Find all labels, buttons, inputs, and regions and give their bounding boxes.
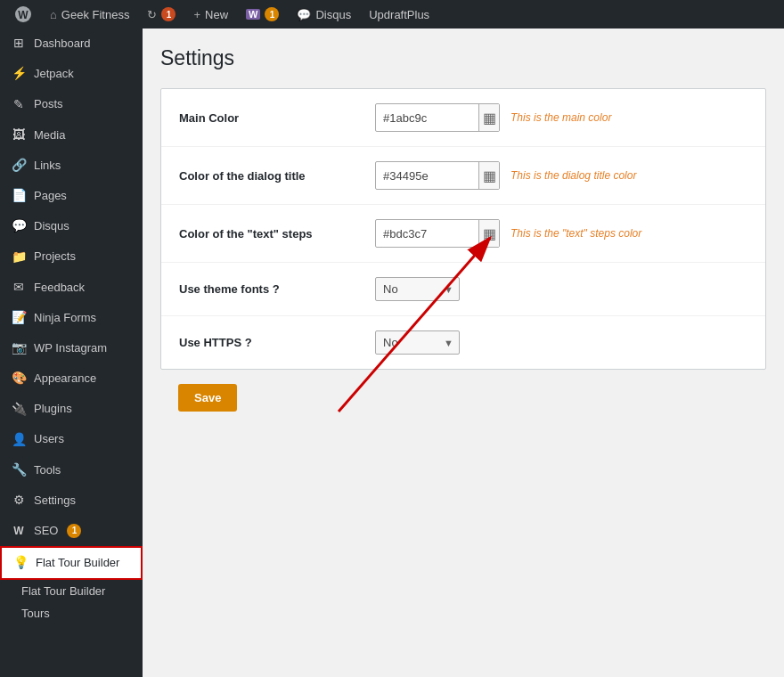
sidebar-item-media[interactable]: 🖼 Media [0, 120, 143, 151]
appearance-icon: 🎨 [11, 371, 27, 387]
sidebar-sub-label: Tours [21, 607, 50, 620]
use-https-control: No Yes ▼ [375, 330, 747, 355]
instagram-icon: 📷 [11, 340, 27, 356]
text-steps-color-input-wrapper: ▦ [375, 219, 500, 248]
site-name-label: Geek Fitness [61, 8, 130, 21]
sidebar-item-label: Posts [34, 96, 63, 112]
ninja-forms-icon: 📝 [11, 310, 27, 326]
disqus-item[interactable]: 💬 Disqus [290, 0, 358, 29]
sidebar-item-label: Pages [34, 188, 67, 204]
main-color-label: Main Color [179, 111, 357, 125]
dialog-title-color-input-wrapper: ▦ [375, 161, 500, 190]
sidebar-item-feedback[interactable]: ✉ Feedback [0, 273, 143, 303]
sidebar-item-label: Feedback [34, 280, 85, 296]
sidebar-item-label: Links [34, 158, 61, 174]
new-content-item[interactable]: + New [186, 0, 235, 29]
text-steps-color-input[interactable] [376, 222, 478, 246]
dialog-title-color-input[interactable] [376, 164, 478, 188]
sidebar-item-dashboard[interactable]: ⊞ Dashboard [0, 29, 143, 59]
main-layout: ⊞ Dashboard ⚡ Jetpack ✎ Posts 🖼 Media 🔗 … [0, 29, 784, 677]
settings-row-text-steps-color: Color of the "text" steps ▦ This is the … [161, 205, 765, 263]
sidebar-item-label: WP Instagram [34, 340, 107, 356]
updraftplus-item[interactable]: UpdraftPlus [362, 0, 437, 29]
use-https-select[interactable]: No Yes [376, 331, 438, 354]
flat-tour-builder-icon: 💡 [12, 555, 29, 571]
projects-icon: 📁 [11, 249, 27, 265]
jetpack-icon: ⚡ [11, 66, 27, 82]
select-arrow-icon: ▼ [438, 338, 459, 348]
svg-text:W: W [18, 9, 29, 21]
pages-icon: 📄 [11, 188, 27, 204]
sidebar-item-label: Projects [34, 249, 76, 265]
use-theme-fonts-label: Use theme fonts ? [179, 282, 357, 296]
wp-logo-item[interactable]: W [7, 0, 39, 29]
sidebar-item-tools[interactable]: 🔧 Tools [0, 455, 143, 485]
sidebar-item-label: SEO [34, 523, 58, 539]
updates-item[interactable]: ↻ 1 [140, 0, 183, 29]
sidebar-item-disqus[interactable]: 💬 Disqus [0, 211, 143, 241]
sidebar-item-label: Plugins [34, 401, 72, 417]
tools-icon: 🔧 [11, 462, 27, 478]
text-steps-color-label: Color of the "text" steps [179, 227, 357, 241]
save-button[interactable]: Save [178, 384, 237, 412]
dialog-title-color-picker-btn[interactable]: ▦ [478, 162, 499, 189]
settings-icon: ⚙ [11, 493, 27, 509]
text-steps-color-hint: This is the "text" steps color [510, 227, 641, 240]
admin-bar: W ⌂ Geek Fitness ↻ 1 + New W 1 💬 Disqus … [0, 0, 784, 29]
dashboard-icon: ⊞ [11, 36, 27, 52]
sidebar-item-label: Users [34, 431, 64, 447]
users-icon: 👤 [11, 432, 27, 448]
main-color-picker-btn[interactable]: ▦ [478, 104, 499, 131]
main-color-input[interactable] [376, 106, 478, 130]
use-https-label: Use HTTPS ? [179, 336, 357, 349]
sidebar-item-label: Appearance [34, 371, 96, 387]
text-steps-color-picker-btn[interactable]: ▦ [478, 220, 499, 247]
sidebar-item-posts[interactable]: ✎ Posts [0, 89, 143, 119]
use-theme-fonts-control: No Yes ▼ [375, 277, 747, 301]
sidebar-item-appearance[interactable]: 🎨 Appearance [0, 363, 143, 394]
seo-icon: W [11, 523, 27, 539]
settings-row-main-color: Main Color ▦ This is the main color [161, 89, 765, 147]
sidebar-sub-item-flat-tour-builder[interactable]: Flat Tour Builder [0, 580, 143, 602]
site-name-item[interactable]: ⌂ Geek Fitness [43, 0, 136, 29]
sidebar-item-seo[interactable]: W SEO 1 [0, 516, 143, 546]
sidebar-item-label: Tools [34, 462, 61, 478]
yoast-item[interactable]: W 1 [239, 0, 286, 29]
sidebar-item-pages[interactable]: 📄 Pages [0, 181, 143, 211]
text-steps-color-control: ▦ This is the "text" steps color [375, 219, 747, 248]
yoast-badge: 1 [265, 7, 279, 21]
sidebar: ⊞ Dashboard ⚡ Jetpack ✎ Posts 🖼 Media 🔗 … [0, 29, 143, 677]
page-title: Settings [160, 46, 766, 70]
use-theme-fonts-select-wrapper: No Yes ▼ [375, 277, 460, 301]
sidebar-item-label: Ninja Forms [34, 310, 96, 326]
sidebar-item-wp-instagram[interactable]: 📷 WP Instagram [0, 333, 143, 363]
main-color-input-wrapper: ▦ [375, 103, 500, 132]
updates-badge: 1 [161, 7, 176, 21]
updraftplus-label: UpdraftPlus [369, 8, 429, 21]
main-color-control: ▦ This is the main color [375, 103, 747, 132]
use-theme-fonts-select[interactable]: No Yes [376, 278, 438, 300]
posts-icon: ✎ [11, 96, 27, 112]
dialog-title-color-label: Color of the dialog title [179, 169, 357, 183]
main-content: Settings Main Color ▦ This is th [143, 29, 784, 677]
sidebar-item-users[interactable]: 👤 Users [0, 424, 143, 454]
feedback-icon: ✉ [11, 280, 27, 296]
sidebar-item-ninja-forms[interactable]: 📝 Ninja Forms [0, 303, 143, 333]
dialog-title-color-hint: This is the dialog title color [510, 169, 636, 182]
new-label: New [205, 8, 228, 21]
sidebar-item-flat-tour-builder[interactable]: 💡 Flat Tour Builder [0, 546, 143, 580]
settings-table: Main Color ▦ This is the main color Colo… [160, 88, 766, 370]
sidebar-item-label: Jetpack [34, 66, 74, 82]
settings-row-use-https: Use HTTPS ? No Yes ▼ [161, 316, 765, 369]
sidebar-item-plugins[interactable]: 🔌 Plugins [0, 394, 143, 424]
sidebar-item-jetpack[interactable]: ⚡ Jetpack [0, 59, 143, 89]
sidebar-item-label: Disqus [34, 218, 69, 234]
use-https-select-wrapper: No Yes ▼ [375, 330, 460, 355]
sidebar-item-projects[interactable]: 📁 Projects [0, 241, 143, 272]
select-arrow-icon: ▼ [438, 284, 459, 295]
sidebar-item-settings[interactable]: ⚙ Settings [0, 485, 143, 516]
sidebar-item-label: Dashboard [34, 36, 91, 52]
sidebar-item-links[interactable]: 🔗 Links [0, 151, 143, 181]
sidebar-item-label: Settings [34, 493, 76, 509]
sidebar-sub-item-tours[interactable]: Tours [0, 602, 143, 624]
